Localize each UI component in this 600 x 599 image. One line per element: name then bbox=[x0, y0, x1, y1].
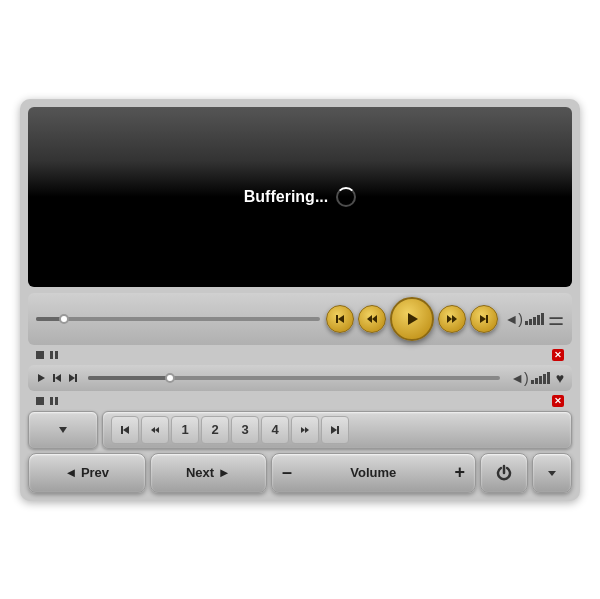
volume-control[interactable]: – Volume + bbox=[271, 453, 476, 493]
skip-to-start-button[interactable] bbox=[326, 305, 354, 333]
vol-bar-4 bbox=[537, 315, 540, 325]
bottom-controls-row: ◄ Prev Next ► – Volume + bbox=[28, 453, 572, 493]
svg-marker-12 bbox=[69, 374, 75, 382]
video-display: Buffering... bbox=[28, 107, 572, 287]
stop-button[interactable] bbox=[36, 351, 44, 359]
vol-bar-2 bbox=[529, 319, 532, 325]
main-controls-bar: ◄) ⚌ bbox=[28, 293, 572, 345]
skip-to-end-button[interactable] bbox=[470, 305, 498, 333]
svg-marker-2 bbox=[372, 315, 377, 323]
progress-bar[interactable] bbox=[36, 317, 320, 321]
track-2-button[interactable]: 2 bbox=[201, 416, 229, 444]
volume-icon[interactable]: ◄) bbox=[504, 311, 544, 327]
svg-rect-8 bbox=[486, 315, 488, 323]
track-3-button[interactable]: 3 bbox=[231, 416, 259, 444]
pause-button-2[interactable] bbox=[50, 397, 58, 405]
buffering-status: Buffering... bbox=[244, 187, 356, 207]
svg-marker-9 bbox=[38, 374, 45, 382]
svg-marker-10 bbox=[55, 374, 61, 382]
svg-marker-3 bbox=[367, 315, 372, 323]
track-start-button[interactable] bbox=[111, 416, 139, 444]
secondary-vol-bars bbox=[531, 372, 550, 384]
close-badge-2[interactable]: ✕ bbox=[552, 395, 564, 407]
track-rewind-button[interactable] bbox=[141, 416, 169, 444]
progress-knob[interactable] bbox=[59, 314, 69, 324]
close-badge[interactable]: ✕ bbox=[552, 349, 564, 361]
favorite-icon[interactable]: ♥ bbox=[556, 370, 564, 386]
secondary-speaker-symbol: ◄) bbox=[510, 370, 529, 386]
media-player: Buffering... bbox=[20, 99, 580, 501]
svg-marker-4 bbox=[408, 313, 418, 325]
vol-bar-5 bbox=[541, 313, 544, 325]
svg-marker-19 bbox=[301, 427, 305, 433]
svg-marker-14 bbox=[59, 427, 67, 433]
stop-pause-row: ✕ bbox=[28, 349, 572, 365]
svg-rect-16 bbox=[121, 426, 123, 434]
volume-eq-section: ◄) ⚌ bbox=[504, 308, 564, 330]
prev-small-button[interactable] bbox=[52, 373, 62, 383]
svg-marker-5 bbox=[447, 315, 452, 323]
dropdown-small-button[interactable] bbox=[532, 453, 572, 493]
secondary-progress-bar[interactable] bbox=[88, 376, 500, 380]
svg-marker-7 bbox=[480, 315, 486, 323]
svg-rect-11 bbox=[53, 374, 55, 382]
playback-controls bbox=[326, 297, 498, 341]
svg-rect-22 bbox=[337, 426, 339, 434]
svg-marker-17 bbox=[155, 427, 159, 433]
equalizer-icon[interactable]: ⚌ bbox=[548, 308, 564, 330]
prev-button[interactable]: ◄ Prev bbox=[28, 453, 146, 493]
svg-marker-21 bbox=[331, 426, 337, 434]
track-forward-button[interactable] bbox=[291, 416, 319, 444]
svg-marker-23 bbox=[548, 471, 556, 476]
power-button[interactable] bbox=[480, 453, 528, 493]
volume-minus-label[interactable]: – bbox=[282, 462, 292, 483]
speaker-symbol: ◄) bbox=[504, 311, 523, 327]
track-end-button[interactable] bbox=[321, 416, 349, 444]
stop-button-2[interactable] bbox=[36, 397, 44, 405]
loading-spinner bbox=[336, 187, 356, 207]
buffering-label: Buffering... bbox=[244, 188, 328, 206]
playlist-bar: 1 2 3 4 bbox=[28, 411, 572, 449]
secondary-volume-icon[interactable]: ◄) bbox=[510, 370, 550, 386]
svg-marker-6 bbox=[452, 315, 457, 323]
fast-forward-button[interactable] bbox=[438, 305, 466, 333]
rewind-button[interactable] bbox=[358, 305, 386, 333]
playlist-dropdown-button[interactable] bbox=[28, 411, 98, 449]
play-small-button[interactable] bbox=[36, 373, 46, 383]
next-button[interactable]: Next ► bbox=[150, 453, 268, 493]
secondary-progress-fill bbox=[88, 376, 170, 380]
svg-marker-15 bbox=[123, 426, 129, 434]
track-navigation-row: 1 2 3 4 bbox=[102, 411, 572, 449]
svg-marker-18 bbox=[151, 427, 155, 433]
play-button[interactable] bbox=[390, 297, 434, 341]
svg-rect-1 bbox=[336, 315, 338, 323]
volume-bars bbox=[525, 313, 544, 325]
pause-button[interactable] bbox=[50, 351, 58, 359]
next-small-button[interactable] bbox=[68, 373, 78, 383]
svg-marker-0 bbox=[338, 315, 344, 323]
secondary-progress-knob[interactable] bbox=[165, 373, 175, 383]
vol-bar-1 bbox=[525, 321, 528, 325]
track-4-button[interactable]: 4 bbox=[261, 416, 289, 444]
track-1-button[interactable]: 1 bbox=[171, 416, 199, 444]
vol-bar-3 bbox=[533, 317, 536, 325]
volume-text-label: Volume bbox=[298, 465, 448, 480]
svg-rect-13 bbox=[75, 374, 77, 382]
stop-pause-row-2: ✕ bbox=[28, 395, 572, 411]
prev-label: ◄ Prev bbox=[64, 465, 109, 480]
volume-plus-label[interactable]: + bbox=[454, 462, 465, 483]
next-label: Next ► bbox=[186, 465, 231, 480]
svg-marker-20 bbox=[305, 427, 309, 433]
secondary-controls-bar: ◄) ♥ bbox=[28, 365, 572, 391]
